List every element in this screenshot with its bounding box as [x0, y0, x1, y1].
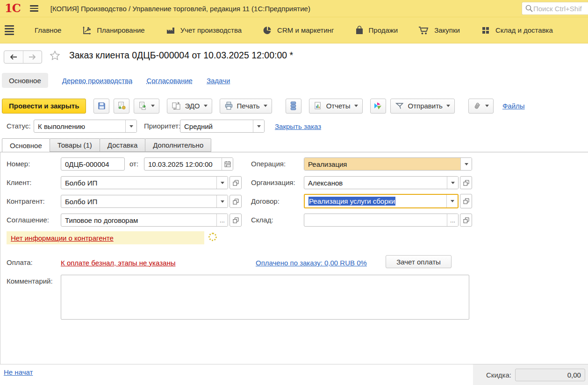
dropdown-caret-icon	[204, 105, 208, 107]
global-search[interactable]	[522, 2, 588, 15]
tab-approval[interactable]: Согласование	[146, 77, 193, 85]
open-organization-button[interactable]	[460, 176, 472, 189]
files-link[interactable]: Файлы	[502, 102, 525, 110]
tab-tasks[interactable]: Задачи	[207, 77, 230, 85]
tab-main[interactable]: Основное	[2, 73, 48, 88]
tab-page-additional[interactable]: Дополнительно	[145, 138, 211, 152]
open-form-icon	[463, 217, 469, 223]
contract-field[interactable]: Реализация услуги сборки	[304, 194, 472, 208]
warehouse-field[interactable]: ...	[304, 214, 472, 227]
post-document-icon	[117, 101, 126, 110]
counterparty-warning-banner: Нет информации о контрагенте	[7, 231, 204, 244]
open-counterparty-button[interactable]	[229, 195, 242, 208]
reports-button[interactable]: Отчеты	[309, 99, 363, 114]
client-value[interactable]: Болбо ИП	[61, 177, 216, 189]
shopping-bag-icon	[355, 25, 364, 36]
send-button[interactable]: Отправить	[390, 99, 455, 114]
no-counterparty-info-link[interactable]: Нет информации о контрагенте	[11, 234, 114, 242]
number-field[interactable]	[61, 157, 125, 171]
discussions-button[interactable]	[370, 99, 386, 114]
comment-label: Комментарий:	[7, 275, 53, 288]
edo-button[interactable]: ЭДО	[167, 99, 212, 114]
tab-page-delivery[interactable]: Доставка	[100, 138, 145, 152]
priority-select[interactable]: Средний	[180, 120, 265, 133]
date-value[interactable]: 10.03.2025 12:00:00	[144, 158, 222, 170]
dropdown-caret-icon	[446, 105, 450, 107]
menu-item-production[interactable]: Учет производства	[165, 25, 242, 36]
create-based-on-button[interactable]	[134, 99, 159, 114]
operation-field[interactable]: Реализация	[304, 157, 472, 171]
counterparty-field[interactable]: Болбо ИП	[61, 195, 242, 208]
open-warehouse-button[interactable]	[460, 214, 472, 227]
menu-item-main[interactable]: Главное	[35, 26, 61, 34]
menu-item-planning[interactable]: Планирование	[82, 25, 144, 36]
close-order-link[interactable]: Закрыть заказ	[275, 122, 321, 130]
number-input[interactable]	[61, 157, 125, 171]
menu-item-label: Склад и доставка	[495, 26, 553, 34]
back-button[interactable]	[4, 51, 23, 63]
tab-page-main[interactable]: Основное	[2, 138, 50, 152]
payment-label: Оплата:	[7, 256, 33, 269]
menu-item-sales[interactable]: Продажи	[355, 25, 398, 36]
history-nav	[4, 50, 42, 64]
sections-panel-icon[interactable]	[5, 25, 14, 36]
counterparty-label: Контрагент:	[7, 195, 45, 208]
dropdown-caret-icon[interactable]	[446, 195, 458, 207]
priority-value: Средний	[180, 120, 253, 132]
registers-button[interactable]	[286, 99, 301, 114]
attachments-button[interactable]	[468, 99, 494, 114]
favorite-star-icon[interactable]	[49, 50, 61, 62]
tab-production-tree[interactable]: Дерево производства	[62, 77, 133, 85]
edo-label: ЭДО	[185, 102, 200, 110]
operation-label: Операция:	[251, 157, 286, 171]
post-and-close-button[interactable]: Провести и закрыть	[2, 99, 86, 114]
organization-value[interactable]: Алексанов	[304, 177, 447, 189]
post-document-button[interactable]	[114, 99, 129, 114]
open-agreement-button[interactable]	[229, 214, 242, 227]
priority-label: Приоритет:	[144, 120, 180, 133]
save-button[interactable]	[93, 99, 109, 114]
menu-item-purchases[interactable]: Закупки	[418, 25, 460, 36]
agreement-field[interactable]: Типовое по договорам ...	[61, 214, 242, 227]
forward-button[interactable]	[23, 51, 42, 63]
menu-item-warehouse[interactable]: Склад и доставка	[480, 25, 553, 36]
counterparty-value[interactable]: Болбо ИП	[61, 195, 216, 207]
dropdown-caret-icon[interactable]	[253, 120, 264, 132]
operation-value[interactable]: Реализация	[304, 158, 460, 170]
organization-field[interactable]: Алексанов	[304, 176, 472, 189]
contract-label: Договор:	[251, 195, 280, 208]
discount-input	[515, 369, 585, 381]
calendar-icon[interactable]	[222, 158, 233, 170]
dropdown-caret-icon[interactable]	[460, 158, 472, 170]
payment-offset-button[interactable]: Зачет оплаты	[386, 255, 452, 268]
choose-button[interactable]: ...	[447, 214, 458, 226]
app-title: [КОПИЯ] Производство / Управление торгов…	[50, 5, 310, 13]
tab-page-goods[interactable]: Товары (1)	[50, 138, 100, 152]
date-field[interactable]: 10.03.2025 12:00:00	[144, 157, 233, 171]
dropdown-caret-icon[interactable]	[216, 177, 228, 189]
dropdown-caret-icon[interactable]	[125, 120, 136, 132]
open-contract-button[interactable]	[460, 194, 472, 208]
print-label: Печать	[237, 102, 260, 110]
status-select[interactable]: К выполнению	[34, 120, 137, 133]
dropdown-caret-icon[interactable]	[216, 195, 228, 207]
open-client-button[interactable]	[229, 176, 242, 189]
report-chart-icon	[314, 101, 323, 110]
contract-value-selected[interactable]: Реализация услуги сборки	[308, 197, 395, 206]
dropdown-caret-icon[interactable]	[447, 177, 458, 189]
warehouse-label: Склад:	[251, 214, 273, 227]
document-nav-tabs: Основное Дерево производства Согласовани…	[2, 73, 230, 88]
menu-item-label: Планирование	[97, 26, 144, 34]
paid-amount-link[interactable]: Оплачено по заказу: 0,00 RUB 0%	[256, 259, 367, 267]
main-menu-icon[interactable]	[30, 5, 38, 12]
warehouse-value[interactable]	[304, 214, 447, 226]
print-button[interactable]: Печать	[220, 99, 272, 114]
client-field[interactable]: Болбо ИП	[61, 176, 242, 189]
choose-button[interactable]: ...	[216, 214, 228, 226]
menu-item-crm[interactable]: CRM и маркетинг	[262, 25, 334, 36]
search-input[interactable]	[533, 5, 587, 13]
workflow-state-link[interactable]: Не начат	[4, 368, 33, 376]
agreement-value[interactable]: Типовое по договорам	[61, 214, 216, 226]
payment-terms-link[interactable]: К оплате безнал, этапы не указаны	[61, 259, 175, 267]
comment-input[interactable]	[61, 275, 469, 320]
